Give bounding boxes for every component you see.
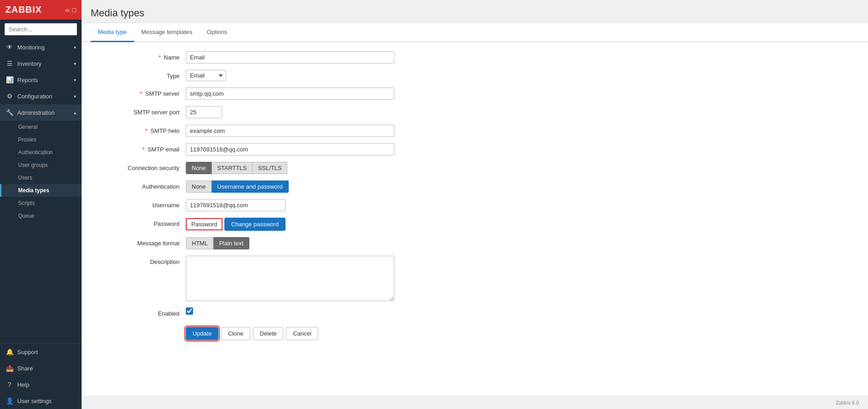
sidebar-item-general[interactable]: General: [0, 121, 82, 133]
sidebar-item-label: Administration: [17, 109, 54, 116]
logo-text: ZABBIX: [5, 5, 42, 15]
sidebar-item-user-groups[interactable]: User groups: [0, 159, 82, 171]
required-star: *: [142, 146, 145, 153]
help-icon: ?: [5, 381, 14, 388]
message-format-group: HTML Plain text: [186, 237, 249, 249]
smtp-port-input[interactable]: [186, 106, 222, 118]
monitoring-icon: 👁: [5, 44, 14, 51]
expand-icon[interactable]: □: [73, 6, 76, 14]
sidebar-item-queue[interactable]: Queue: [0, 209, 82, 222]
enabled-row: Enabled: [95, 307, 854, 317]
required-star: *: [159, 54, 161, 61]
sidebar-item-label: Support: [17, 349, 38, 355]
action-label-spacer: [95, 323, 186, 326]
password-label-cell: Password: [95, 218, 186, 227]
collapse-icon[interactable]: ‹‹: [65, 6, 69, 14]
required-star: *: [140, 90, 142, 97]
connection-security-group: None STARTTLS SSL/TLS: [186, 162, 287, 174]
chevron-down-icon: ▾: [74, 78, 76, 83]
format-plaintext-button[interactable]: Plain text: [213, 237, 249, 249]
username-label: Username: [95, 199, 186, 209]
sidebar-item-users[interactable]: Users: [0, 171, 82, 184]
page-footer: Zabbix 6.0: [82, 396, 868, 409]
name-control: [186, 51, 394, 63]
sidebar-item-scripts[interactable]: Scripts: [0, 197, 82, 209]
message-format-label: Message format: [95, 237, 186, 247]
description-textarea[interactable]: [186, 256, 394, 301]
action-row: Update Clone Delete Cancel: [95, 323, 854, 340]
smtp-helo-input[interactable]: [186, 125, 394, 137]
smtp-port-row: SMTP server port: [95, 106, 854, 118]
username-input[interactable]: [186, 199, 286, 211]
footer-text: Zabbix 6.0: [836, 400, 859, 405]
sidebar-item-help[interactable]: ? Help: [0, 376, 82, 393]
share-icon: 📤: [5, 365, 14, 372]
action-buttons: Update Clone Delete Cancel: [186, 327, 318, 340]
tab-media-type[interactable]: Media type: [91, 23, 134, 42]
enabled-checkbox[interactable]: [186, 307, 193, 315]
chevron-up-icon: ▴: [74, 110, 76, 115]
sidebar-item-administration[interactable]: 🔧 Administration ▴: [0, 104, 82, 121]
auth-username-button[interactable]: Username and password: [212, 180, 289, 193]
smtp-server-control: [186, 88, 394, 100]
format-html-button[interactable]: HTML: [186, 237, 213, 249]
form-area: * Name Type Email SMS Script Webhook: [82, 42, 868, 396]
name-input[interactable]: [186, 51, 394, 63]
page-title: Media types: [91, 7, 859, 19]
chevron-down-icon: ▾: [74, 45, 76, 50]
enabled-label: Enabled: [95, 307, 186, 317]
sidebar-bottom: 🔔 Support 📤 Share ? Help 👤 User settings: [0, 343, 82, 409]
search-bar: [0, 19, 82, 39]
cancel-button[interactable]: Cancel: [286, 327, 318, 340]
sidebar-item-monitoring[interactable]: 👁 Monitoring ▾: [0, 39, 82, 55]
sidebar-item-authentication[interactable]: Authentication: [0, 146, 82, 159]
page-header: Media types: [82, 0, 868, 23]
smtp-email-label: * SMTP email: [95, 143, 186, 153]
password-label-box: Password: [186, 218, 223, 230]
sidebar-item-support[interactable]: 🔔 Support: [0, 344, 82, 360]
change-password-button[interactable]: Change password: [224, 218, 286, 231]
logo-bar: ZABBIX ‹‹ □: [0, 0, 82, 19]
clone-button[interactable]: Clone: [221, 327, 250, 340]
sidebar-item-label: Monitoring: [17, 44, 45, 51]
authentication-label: Authentication: [95, 180, 186, 190]
smtp-server-input[interactable]: [186, 88, 394, 100]
sidebar-item-proxies[interactable]: Proxies: [0, 133, 82, 146]
connection-security-label: Connection security: [95, 162, 186, 171]
sidebar-item-media-types[interactable]: Media types: [0, 184, 82, 197]
sidebar-item-share[interactable]: 📤 Share: [0, 360, 82, 376]
sidebar-item-label: Share: [17, 365, 33, 372]
password-control: Password Change password: [186, 218, 286, 231]
smtp-email-input[interactable]: [186, 143, 394, 156]
user-icon: 👤: [5, 397, 14, 404]
inventory-icon: ☰: [5, 60, 14, 67]
sidebar: ZABBIX ‹‹ □ 👁 Monitoring ▾ ☰ Inventory ▾…: [0, 0, 82, 409]
update-button[interactable]: Update: [186, 327, 218, 340]
support-icon: 🔔: [5, 348, 14, 355]
required-star: *: [145, 127, 147, 134]
search-input[interactable]: [5, 23, 77, 35]
chevron-down-icon: ▾: [74, 61, 76, 66]
auth-none-button[interactable]: None: [186, 180, 212, 193]
security-starttls-button[interactable]: STARTTLS: [212, 162, 252, 174]
enabled-checkbox-wrapper: [186, 307, 193, 315]
security-ssl-button[interactable]: SSL/TLS: [252, 162, 287, 174]
tab-message-templates[interactable]: Message templates: [134, 23, 200, 42]
sidebar-item-inventory[interactable]: ☰ Inventory ▾: [0, 55, 82, 72]
smtp-port-label: SMTP server port: [95, 106, 186, 116]
sidebar-item-user-settings[interactable]: 👤 User settings: [0, 393, 82, 409]
delete-button[interactable]: Delete: [253, 327, 284, 340]
sidebar-item-label: Inventory: [17, 60, 41, 67]
message-format-row: Message format HTML Plain text: [95, 237, 854, 249]
username-control: [186, 199, 286, 211]
tab-options[interactable]: Options: [199, 23, 234, 42]
smtp-email-row: * SMTP email: [95, 143, 854, 156]
administration-icon: 🔧: [5, 109, 14, 116]
type-select[interactable]: Email SMS Script Webhook: [186, 70, 226, 81]
chevron-down-icon: ▾: [74, 94, 76, 99]
smtp-email-control: [186, 143, 394, 156]
sidebar-item-configuration[interactable]: ⚙ Configuration ▾: [0, 88, 82, 104]
logo-icons: ‹‹ □: [65, 6, 76, 14]
security-none-button[interactable]: None: [186, 162, 212, 174]
sidebar-item-reports[interactable]: 📊 Reports ▾: [0, 72, 82, 88]
